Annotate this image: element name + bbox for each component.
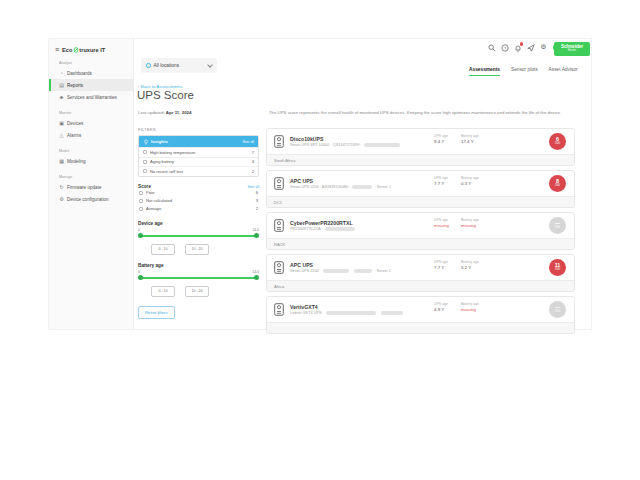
battery-age-label: Battery age [461, 260, 479, 264]
battery-age-column: Battery age 17.4 Y [461, 134, 479, 145]
slider-handle-right[interactable] [254, 233, 259, 238]
ups-age-label: UPS age [434, 302, 448, 306]
score-badge: 11 /100 [549, 259, 566, 276]
ups-location: RACK [267, 238, 574, 249]
logo-text-prefix: Eco [62, 47, 72, 53]
checkbox[interactable] [143, 169, 147, 173]
tab-asset-advisor[interactable]: Asset Advisor [549, 67, 578, 76]
ups-row-disco10kups[interactable]: Disco10kUPS Smart-UPS SRT 10000 · QS1447… [267, 129, 574, 154]
last-updated: Last updated: Apr 11, 2024 [138, 110, 192, 115]
location-selector[interactable]: All locations [141, 58, 217, 73]
slider-min-label: 0 [138, 270, 140, 274]
filter-count: 7 [252, 150, 254, 155]
ups-subtitle: Smart-UPS SRT 10000 · QS1447172499 · [290, 143, 400, 147]
ups-row-apc-ups-dc1[interactable]: APC UPS Smart-UPS 2200 · AS1839156080 · … [267, 171, 574, 196]
ups-name: CyberPowerPR2200RTXL [290, 220, 355, 226]
ups-device-icon [274, 177, 284, 190]
ups-device-icon [274, 303, 284, 316]
device-age-slider: 0 14.0 [138, 228, 259, 241]
sidebar-item-firmware-update[interactable]: ↻ Firmware update [49, 181, 133, 193]
battery-age-range-low[interactable]: 0 - 10 [151, 286, 175, 297]
help-icon[interactable]: ? [500, 43, 509, 52]
ups-info: APC UPS Smart-UPS 2200 · AS1839156080 · … [290, 178, 391, 190]
ups-age-value: 7.7 Y [434, 181, 448, 186]
filter-label: Aging battery [150, 159, 174, 164]
feedback-icon[interactable] [526, 43, 535, 52]
filter-count: 3 [256, 198, 258, 203]
reset-filters-button[interactable]: Reset filters [138, 306, 175, 319]
ups-subtitle-text: · Server 1 [374, 269, 391, 273]
sidebar-item-modeling[interactable]: ▦ Modeling [49, 155, 133, 167]
menu-icon[interactable]: ≡ [55, 46, 59, 53]
notifications-icon[interactable] [513, 43, 522, 52]
settings-icon[interactable]: ⚙ [539, 43, 548, 52]
ups-age-label: UPS age [434, 176, 448, 180]
sidebar-item-label: Services and Warranties [67, 95, 117, 100]
battery-age-value: 17.4 Y [461, 139, 479, 144]
ups-subtitle-text: Smart-UPS 2200 · [290, 269, 321, 273]
redacted-text [381, 311, 403, 315]
battery-age-range-inputs: 0 - 10 10 - 20 [151, 286, 259, 297]
filter-score-average[interactable]: Average 2 [138, 205, 259, 213]
tab-sensor-plots[interactable]: Sensor plots [511, 67, 538, 76]
battery-age-column: Battery age missing [461, 218, 479, 229]
checkbox[interactable] [143, 150, 147, 154]
score-see-all-link[interactable]: See all [247, 185, 259, 189]
slider-handle-left[interactable] [138, 275, 143, 280]
device-age-range-low[interactable]: 0 - 10 [151, 244, 175, 255]
topbar-icons: ? ⚙ [487, 43, 561, 52]
ups-row-cyberpower[interactable]: CyberPowerPR2200RTXL PR2200RTXL2UA · UPS… [267, 213, 574, 238]
ups-subtitle-text: · Server 1 [374, 185, 391, 189]
score-badge: — /100 [549, 217, 566, 234]
ups-age-column: UPS age missing [434, 218, 449, 229]
sidebar-item-reports[interactable]: ▤ Reports [49, 79, 133, 91]
redacted-text [325, 227, 355, 231]
ups-subtitle-text: Smart-UPS SRT 10000 · QS1447172499 · [290, 143, 362, 147]
svg-text:?: ? [503, 45, 506, 50]
filter-score-poor[interactable]: Poor 6 [138, 189, 259, 197]
sidebar-section-manage: Manage [59, 175, 133, 179]
checkbox[interactable] [139, 207, 143, 211]
score-denominator: /100 [555, 143, 560, 146]
checkbox[interactable] [143, 160, 147, 164]
sidebar-item-services-warranties[interactable]: ◈ Services and Warranties [49, 91, 133, 103]
battery-age-range-high[interactable]: 10 - 20 [185, 286, 209, 297]
filter-no-recent-self-test[interactable]: No recent self test 2 [139, 166, 258, 176]
battery-age-slider: 0 14.0 [138, 270, 259, 283]
slider-handle-right[interactable] [254, 275, 259, 280]
page-description: The UPS score represents the overall hea… [269, 110, 569, 115]
search-icon[interactable] [487, 43, 496, 52]
redacted-text [354, 269, 372, 273]
sidebar-item-alarms[interactable]: △ Alarms [49, 129, 133, 141]
ups-age-column: UPS age 4.9 Y [434, 302, 448, 313]
score-denominator: /100 [555, 227, 560, 230]
device-age-range-high[interactable]: 10 - 20 [185, 244, 209, 255]
score-badge: 8 /100 [549, 175, 566, 192]
checkbox[interactable] [139, 199, 143, 203]
slider-track [140, 277, 257, 279]
insights-header[interactable]: Insights See all [139, 136, 258, 147]
filter-high-battery-temperature[interactable]: High battery temperature 7 [139, 147, 258, 157]
checkbox[interactable] [139, 191, 143, 195]
ups-subtitle-text: · [351, 269, 352, 273]
sidebar-item-devices[interactable]: ▣ Devices [49, 117, 133, 129]
sidebar-section-analyze: Analyze [59, 61, 133, 65]
ups-card: APC UPS Smart-UPS 2200 · AS1839156080 · … [266, 170, 575, 208]
app-window: ≡ Eco truxure IT Analyze ◔ Dashboards ▤ … [48, 38, 592, 330]
filter-aging-battery[interactable]: Aging battery 3 [139, 157, 258, 167]
ups-subtitle-text: Liebert GXT4 UPS · [290, 311, 324, 315]
ups-age-value: missing [434, 223, 449, 228]
sidebar-item-device-configuration[interactable]: ⚙ Device configuration [49, 193, 133, 205]
ups-location: DC1 [267, 196, 574, 207]
logo-text-suffix: truxure IT [79, 47, 105, 53]
ups-row-vertivgxt4[interactable]: VertivGXT4 Liebert GXT4 UPS · · UPS age … [267, 297, 574, 322]
ups-device-icon [274, 135, 284, 148]
sidebar-item-dashboards[interactable]: ◔ Dashboards [49, 67, 133, 79]
sidebar-item-label: Firmware update [67, 185, 101, 190]
slider-handle-left[interactable] [138, 233, 143, 238]
tab-assessments[interactable]: Assessments [469, 67, 500, 76]
insights-see-all-link[interactable]: See all [242, 140, 254, 144]
ups-row-apc-ups-africa[interactable]: APC UPS Smart-UPS 2200 · · · Server 1 UP… [267, 255, 574, 280]
schneider-electric-logo[interactable]: Schneider Electric [554, 42, 590, 56]
filter-score-not-calculated[interactable]: Not calculated 3 [138, 197, 259, 205]
